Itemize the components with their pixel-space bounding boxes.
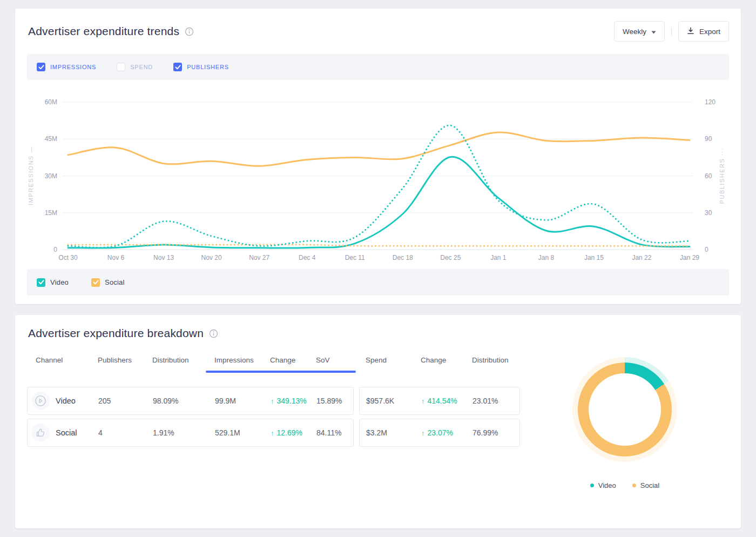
up-arrow-icon: ↑ [271, 429, 274, 437]
impressions-value: 529.1M [206, 428, 262, 437]
svg-text:Jan 15: Jan 15 [584, 254, 604, 261]
svg-text:Jan 8: Jan 8 [538, 254, 555, 261]
svg-text:IMPRESSIONS ―: IMPRESSIONS ― [28, 146, 34, 205]
header-channel[interactable]: Channel [27, 356, 89, 369]
line-chart-canvas: 60M12045M9030M6015M3000Oct 30Nov 6Nov 13… [15, 89, 741, 269]
toggle-social-series[interactable]: Social [91, 278, 125, 287]
trends-line-chart[interactable]: 60M12045M9030M6015M3000Oct 30Nov 6Nov 13… [15, 89, 741, 269]
svg-text:15M: 15M [45, 209, 57, 217]
svg-text:0: 0 [705, 246, 708, 253]
checkbox-icon [117, 63, 125, 71]
svg-text:Dec 11: Dec 11 [345, 254, 365, 261]
header-spend-distribution[interactable]: Distribution [465, 356, 520, 369]
checkbox-icon [37, 63, 45, 71]
spend-distribution-value: 76.99% [466, 428, 521, 437]
toggle-spend-label: SPEND [130, 64, 153, 70]
divider [671, 27, 672, 36]
export-button[interactable]: Export [678, 21, 729, 42]
table-header-row: Channel Publishers Distribution Impressi… [27, 356, 520, 369]
video-dot-icon [590, 484, 594, 487]
info-icon[interactable] [209, 329, 218, 338]
period-dropdown-label: Weekly [623, 28, 646, 36]
donut-halo-ring [572, 357, 677, 462]
header-publishers[interactable]: Publishers [89, 356, 144, 369]
svg-text:0: 0 [53, 246, 57, 253]
table-row-social: Social 4 1.91% 529.1M ↑12.69% 84.11% $3.… [27, 419, 520, 447]
svg-text:Nov 27: Nov 27 [249, 254, 269, 261]
checkbox-icon [37, 278, 45, 287]
svg-text:45M: 45M [45, 135, 57, 143]
header-impressions[interactable]: Impressions [206, 356, 261, 369]
sov-value: 84.11% [308, 428, 354, 437]
breakdown-card: Advertiser expenditure breakdown Channel… [15, 315, 741, 528]
checkbox-icon [173, 63, 182, 71]
chevron-down-icon [651, 28, 656, 36]
spend-value: $957.6K [360, 397, 415, 405]
spend-distribution-value: 23.01% [466, 397, 521, 405]
toggle-video-series[interactable]: Video [37, 278, 69, 287]
distribution-value: 98.09% [144, 397, 206, 405]
svg-text:Nov 13: Nov 13 [153, 254, 174, 261]
publishers-value: 4 [90, 428, 144, 437]
trends-title: Advertiser expenditure trends [28, 25, 179, 38]
channel-cell: Social [28, 424, 90, 442]
svg-text:60: 60 [705, 172, 712, 180]
spend-change-value: ↑23.07% [415, 428, 466, 437]
period-dropdown[interactable]: Weekly [614, 21, 665, 42]
play-circle-icon [31, 392, 50, 410]
svg-text:30: 30 [705, 209, 712, 217]
header-distribution[interactable]: Distribution [144, 356, 206, 369]
toggle-impressions-label: IMPRESSIONS [50, 64, 96, 70]
svg-text:Dec 25: Dec 25 [440, 254, 461, 261]
svg-text:PUBLISHERS ···: PUBLISHERS ··· [719, 147, 725, 204]
table-row-video: Video 205 98.09% 99.9M ↑349.13% 15.89% $… [27, 387, 520, 415]
svg-text:Dec 4: Dec 4 [299, 254, 316, 261]
metric-toggle-strip: IMPRESSIONS SPEND PUBLISHERS [27, 54, 729, 80]
svg-text:90: 90 [705, 135, 712, 143]
header-spend[interactable]: Spend [359, 356, 414, 369]
selected-columns-underline [206, 371, 356, 373]
svg-text:120: 120 [705, 98, 716, 106]
svg-text:Jan 22: Jan 22 [632, 254, 651, 261]
series-toggle-strip: Video Social [27, 269, 729, 296]
svg-text:Dec 18: Dec 18 [393, 254, 413, 261]
distribution-value: 1.91% [144, 428, 206, 437]
svg-text:60M: 60M [45, 98, 57, 106]
toggle-spend[interactable]: SPEND [117, 63, 153, 71]
header-spend-change[interactable]: Change [414, 356, 465, 369]
legend-social-label: Social [640, 481, 659, 489]
toggle-impressions[interactable]: IMPRESSIONS [37, 63, 96, 71]
breakdown-title: Advertiser expenditure breakdown [28, 327, 204, 340]
up-arrow-icon: ↑ [421, 397, 425, 405]
download-icon [687, 27, 694, 36]
info-icon[interactable] [185, 27, 194, 36]
header-impressions-change[interactable]: Change [261, 356, 307, 369]
legend-item-video[interactable]: Video [590, 481, 616, 489]
toggle-video-label: Video [50, 278, 69, 286]
spend-change-value: ↑414.54% [415, 397, 466, 405]
legend-item-social[interactable]: Social [632, 481, 659, 489]
breakdown-table: Channel Publishers Distribution Impressi… [27, 356, 520, 451]
donut-hole [589, 373, 661, 446]
header-sov[interactable]: SoV [307, 356, 354, 369]
impressions-value: 99.9M [206, 397, 262, 405]
svg-text:30M: 30M [45, 172, 57, 180]
sov-value: 15.89% [308, 397, 354, 405]
publishers-value: 205 [90, 397, 144, 405]
channel-name: Video [56, 397, 76, 405]
toggle-social-label: Social [105, 278, 125, 286]
svg-text:Nov 20: Nov 20 [201, 254, 222, 261]
up-arrow-icon: ↑ [421, 429, 425, 437]
svg-text:Jan 1: Jan 1 [490, 254, 507, 261]
breakdown-header: Advertiser expenditure breakdown [28, 315, 729, 352]
breakdown-donut-chart[interactable]: Video Social [571, 357, 679, 489]
svg-text:Oct 30: Oct 30 [58, 254, 78, 261]
donut-legend: Video Social [571, 481, 679, 489]
toggle-publishers[interactable]: PUBLISHERS [173, 63, 229, 71]
social-dot-icon [632, 484, 636, 487]
legend-video-label: Video [598, 481, 616, 489]
up-arrow-icon: ↑ [271, 397, 274, 405]
channel-name: Social [56, 428, 77, 437]
channel-cell: Video [28, 392, 90, 410]
spend-value: $3.2M [360, 428, 415, 437]
